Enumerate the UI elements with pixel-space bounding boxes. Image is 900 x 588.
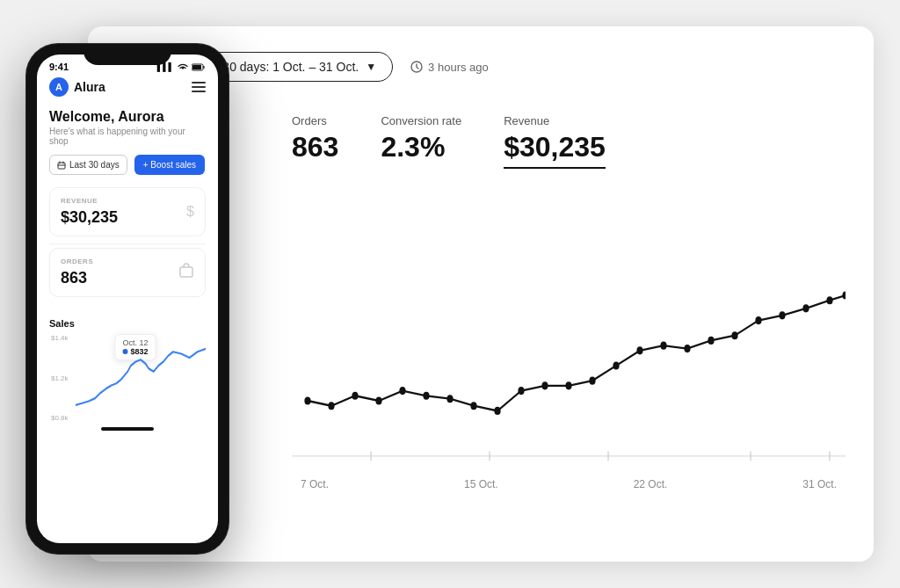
welcome-title: Welcome, Aurora (49, 109, 206, 125)
chevron-down-icon: ▼ (366, 61, 376, 73)
svg-point-22 (660, 342, 666, 350)
phone-date-label: Last 30 days (69, 160, 120, 170)
svg-rect-32 (192, 65, 201, 69)
phone-notch (83, 44, 171, 65)
revenue-value: $30,235 (61, 208, 194, 227)
svg-point-30 (842, 291, 846, 299)
svg-point-25 (731, 331, 737, 339)
phone-action-row: Last 30 days + Boost sales (49, 155, 206, 175)
svg-point-16 (518, 387, 524, 395)
alura-logo-icon: A (49, 77, 69, 97)
metric-orders-value: 863 (292, 131, 338, 163)
svg-rect-34 (180, 267, 192, 277)
svg-point-23 (684, 345, 690, 352)
svg-point-7 (304, 396, 310, 404)
boost-sales-button[interactable]: + Boost sales (134, 155, 205, 175)
svg-point-17 (541, 381, 548, 389)
phone-y-axis-labels: $1.4k $1.2k $0.8k (49, 334, 70, 422)
svg-point-19 (589, 377, 595, 385)
phone-revenue-card: REVENUE $30,235 $ (49, 187, 206, 236)
svg-point-9 (352, 392, 358, 400)
clock-icon (410, 61, 423, 73)
svg-point-18 (565, 381, 571, 389)
battery-icon (192, 63, 206, 71)
phone-status-icons: ▌▌▌ (157, 62, 206, 71)
orders-label: ORDERS (61, 258, 194, 265)
metric-conversion-label: Conversion rate (381, 114, 461, 127)
svg-point-14 (470, 402, 476, 410)
calendar-icon (57, 161, 66, 170)
boost-sales-label: + Boost sales (143, 160, 196, 170)
main-chart-svg (292, 190, 846, 471)
phone-date-range-button[interactable]: Last 30 days (49, 155, 127, 175)
phone-frame: 9:41 ▌▌▌ A Alura (26, 44, 229, 554)
svg-point-10 (375, 396, 381, 404)
metric-revenue: Revenue $30,235 (504, 114, 606, 169)
phone-container: 9:41 ▌▌▌ A Alura (26, 44, 229, 554)
welcome-subtitle: Here's what is happening with your shop (49, 127, 206, 146)
divider-1 (49, 243, 206, 244)
last-updated: 3 hours ago (410, 61, 489, 74)
phone-orders-card: ORDERS 863 (49, 248, 206, 297)
phone-time: 9:41 (49, 62, 69, 72)
phone-screen: 9:41 ▌▌▌ A Alura (37, 54, 218, 543)
phone-chart-section: Sales $1.4k $1.2k $0.8k Oct. 12 $832 (37, 311, 218, 422)
x-label-2: 15 Oct. (464, 478, 498, 490)
metric-revenue-value: $30,235 (504, 131, 606, 169)
svg-point-13 (446, 395, 453, 403)
metric-conversion-value: 2.3% (381, 131, 461, 163)
orders-icon (178, 263, 194, 282)
svg-point-24 (708, 337, 714, 345)
phone-nav: A Alura (37, 72, 218, 102)
x-label-1: 7 Oct. (301, 478, 329, 490)
svg-point-27 (779, 311, 785, 319)
svg-point-8 (328, 402, 334, 410)
dollar-icon: $ (186, 204, 194, 220)
hamburger-menu-icon[interactable] (192, 82, 206, 92)
svg-point-26 (755, 316, 761, 324)
svg-point-28 (802, 304, 809, 312)
phone-home-bar (101, 427, 154, 431)
y-label-low: $0.8k (51, 414, 69, 422)
svg-point-11 (399, 387, 405, 395)
y-label-high: $1.4k (51, 334, 69, 342)
box-icon (178, 263, 194, 279)
x-label-3: 22 Oct. (634, 478, 668, 490)
svg-point-29 (826, 296, 832, 304)
phone-logo: A Alura (49, 77, 105, 97)
metric-conversion: Conversion rate 2.3% (381, 114, 461, 169)
wifi-icon (178, 62, 188, 71)
svg-point-20 (613, 361, 619, 369)
revenue-label: REVENUE (61, 197, 194, 205)
alura-app-name: Alura (74, 80, 105, 94)
svg-point-15 (494, 407, 500, 415)
metric-orders-label: Orders (292, 114, 338, 127)
main-chart-area (292, 190, 846, 471)
phone-chart-title: Sales (49, 318, 206, 329)
phone-chart-svg (76, 334, 206, 413)
alura-letter: A (55, 82, 62, 92)
metric-revenue-label: Revenue (504, 114, 606, 127)
svg-point-12 (423, 392, 429, 400)
svg-point-21 (636, 346, 642, 354)
x-label-4: 31 Oct. (802, 478, 837, 490)
last-updated-text: 3 hours ago (428, 61, 489, 74)
phone-welcome-section: Welcome, Aurora Here's what is happening… (37, 102, 218, 311)
phone-chart-area: $1.4k $1.2k $0.8k Oct. 12 $832 (49, 334, 206, 422)
y-label-mid: $1.2k (51, 374, 69, 382)
orders-value: 863 (61, 269, 194, 287)
metric-orders: Orders 863 (292, 114, 338, 169)
x-axis-labels: 7 Oct. 15 Oct. 22 Oct. 31 Oct. (292, 478, 846, 490)
